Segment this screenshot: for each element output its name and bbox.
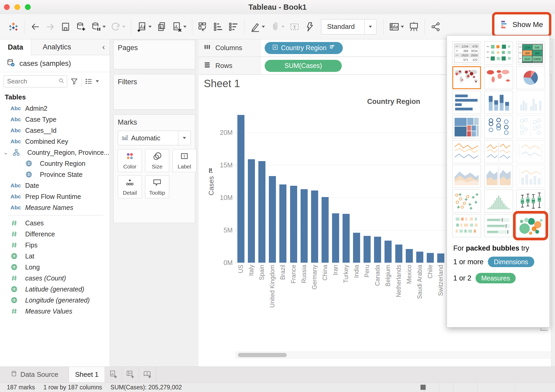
view-list-icon[interactable]	[85, 77, 93, 85]
group-members-button[interactable]	[267, 20, 287, 34]
field-lat[interactable]: Lat	[0, 251, 110, 262]
collapse-pane-icon[interactable]: ‹	[102, 43, 105, 51]
dropdown-caret-icon[interactable]	[401, 26, 404, 28]
field-longitude-generated[interactable]: Longitude (generated)	[0, 295, 110, 306]
field-cases-count[interactable]: cases (Count)	[0, 273, 110, 284]
showme-thumb-dual-lines[interactable]	[516, 140, 545, 163]
undo-button[interactable]	[28, 20, 43, 34]
field-country-region[interactable]: Country Region	[0, 158, 110, 169]
showme-thumb-area-discrete[interactable]	[484, 165, 513, 188]
color-button[interactable]: Color	[118, 149, 142, 172]
dropdown-caret-icon[interactable]	[103, 26, 106, 28]
size-button[interactable]: Size	[145, 149, 169, 172]
new-worksheet-tab-button[interactable]	[105, 367, 122, 382]
showme-thumb-heat-map[interactable]	[484, 41, 513, 65]
showme-thumb-dual-combination[interactable]	[516, 165, 545, 188]
showme-thumb-lines-continuous[interactable]	[452, 140, 481, 163]
bar-switzerland[interactable]	[437, 253, 444, 263]
show-hide-cards-button[interactable]	[387, 20, 406, 34]
tooltip-button[interactable]: Tooltip	[145, 175, 169, 198]
pause-auto-updates-button[interactable]	[88, 20, 108, 34]
bar-mexico[interactable]	[406, 249, 413, 263]
bar-germany[interactable]	[311, 190, 318, 263]
showme-thumb-gantt[interactable]	[452, 214, 481, 237]
view-options-caret-icon[interactable]	[96, 80, 99, 82]
showme-thumb-text-table[interactable]: 1234678368303426202559971322	[452, 41, 481, 65]
showme-thumb-treemap[interactable]	[452, 115, 481, 139]
fit-selector[interactable]: Standard	[321, 19, 376, 34]
bar-iran[interactable]	[332, 213, 339, 263]
clear-sheet-button[interactable]	[169, 20, 189, 34]
dropdown-caret-icon[interactable]	[281, 26, 285, 28]
bar-india[interactable]	[353, 233, 360, 263]
sort-ascending-button[interactable]	[211, 20, 226, 34]
field-date[interactable]: AbcDate	[0, 180, 110, 191]
field-cases[interactable]: Cases	[0, 218, 110, 229]
field-cases-id[interactable]: AbcCases__Id	[0, 125, 110, 136]
showme-thumb-pie-chart[interactable]	[516, 66, 545, 89]
share-workbook-button[interactable]	[428, 20, 443, 34]
bar-spain[interactable]	[258, 161, 265, 263]
tab-analytics[interactable]: Analytics ‹	[31, 39, 110, 55]
showme-thumb-circle-views[interactable]	[484, 115, 513, 139]
horizontal-scrollbar[interactable]	[236, 352, 551, 358]
field-fips[interactable]: Fips	[0, 240, 110, 251]
bar-united-kingdom[interactable]	[269, 176, 276, 263]
sheet1-tab[interactable]: Sheet 1	[69, 367, 105, 382]
showme-thumb-packed-bubbles[interactable]	[516, 214, 545, 237]
datasource-item[interactable]: cases (samples)	[0, 55, 110, 72]
bar-netherlands[interactable]	[395, 245, 402, 263]
tab-data[interactable]: Data	[0, 39, 31, 55]
bar-peru[interactable]	[364, 236, 371, 263]
bar-canada[interactable]	[374, 237, 381, 263]
bar-russia[interactable]	[301, 189, 308, 263]
detail-button[interactable]: Detail	[118, 175, 142, 198]
fit-caret-icon[interactable]	[364, 19, 376, 34]
new-data-source-button[interactable]	[73, 20, 88, 34]
field-latitude-generated[interactable]: Latitude (generated)	[0, 284, 110, 295]
pages-card[interactable]: Pages	[113, 40, 195, 69]
duplicate-sheet-button[interactable]	[154, 20, 169, 34]
mark-type-caret[interactable]	[178, 131, 190, 145]
dropdown-caret-icon[interactable]	[122, 26, 125, 28]
showme-thumb-filled-map[interactable]	[484, 66, 513, 89]
fix-axes-button[interactable]	[302, 20, 317, 34]
showme-thumb-stacked-bars[interactable]	[484, 91, 513, 114]
bar-italy[interactable]	[248, 159, 255, 263]
highlighter-button[interactable]	[248, 20, 267, 34]
field-prep-flow-runtime[interactable]: AbcPrep Flow Runtime	[0, 191, 110, 202]
showme-thumb-scatter-plot[interactable]	[452, 189, 481, 213]
data-source-tab[interactable]: Data Source	[0, 367, 69, 382]
showme-thumb-symbol-map[interactable]	[452, 66, 481, 89]
columns-pill-country-region[interactable]: Country Region	[265, 42, 343, 54]
bar-france[interactable]	[290, 186, 297, 263]
dropdown-caret-icon[interactable]	[183, 26, 186, 28]
redo-button[interactable]	[43, 20, 58, 34]
field-long[interactable]: Long	[0, 262, 110, 273]
showme-thumb-highlight-table[interactable]: 1234546368340262053890	[516, 41, 545, 65]
bar-belgium[interactable]	[385, 241, 392, 263]
mark-type-select[interactable]: Automatic	[118, 131, 191, 145]
show-me-button[interactable]: Show Me	[492, 12, 551, 37]
rows-pill-sum-cases[interactable]: SUM(Cases)	[265, 60, 342, 72]
sort-descending-button[interactable]	[226, 20, 241, 34]
save-button[interactable]	[58, 20, 73, 34]
scrollbar-thumb[interactable]	[238, 353, 287, 357]
showme-thumb-horizontal-bars[interactable]	[452, 91, 481, 114]
refresh-data-button[interactable]	[108, 20, 128, 34]
showme-thumb-side-by-side-circles[interactable]	[516, 115, 545, 139]
field-country-region-province[interactable]: ⌄Country_Region, Province...	[0, 147, 110, 158]
new-story-tab-button[interactable]	[139, 367, 156, 382]
showme-thumb-bullet-graph[interactable]	[484, 214, 513, 237]
bar-saudi-arabia[interactable]	[416, 252, 423, 263]
presentation-mode-button[interactable]	[406, 20, 421, 34]
showme-thumb-side-by-side-bars[interactable]	[516, 91, 545, 114]
filters-card[interactable]: Filters	[113, 74, 195, 110]
showme-thumb-histogram[interactable]	[484, 189, 513, 213]
field-difference[interactable]: Difference	[0, 229, 110, 240]
filter-funnel-icon[interactable]	[70, 77, 78, 85]
dropdown-caret-icon[interactable]	[148, 26, 152, 28]
label-button[interactable]: TLabel	[172, 149, 196, 172]
dropdown-caret-icon[interactable]	[262, 26, 265, 28]
bar-turkey[interactable]	[343, 214, 350, 263]
